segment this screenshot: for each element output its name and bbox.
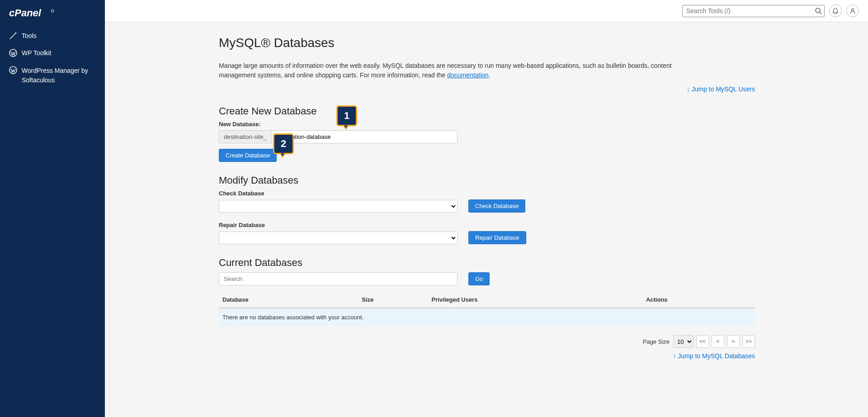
pager-first-button[interactable]: << — [696, 335, 709, 348]
go-button[interactable]: Go — [468, 272, 490, 285]
wordpress-icon — [9, 66, 17, 74]
search-tools-wrap — [682, 5, 825, 17]
sidebar-item-tools[interactable]: Tools — [0, 27, 105, 44]
topbar — [105, 0, 868, 22]
callout-1: 1 — [336, 105, 359, 128]
notifications-button[interactable] — [829, 5, 842, 17]
account-button[interactable] — [846, 5, 859, 17]
pager-last-button[interactable]: >> — [742, 335, 755, 348]
databases-table: Database Size Privileged Users Actions T… — [219, 292, 755, 326]
sidebar-item-wp-toolkit[interactable]: WP Toolkit — [0, 44, 105, 62]
empty-message: There are no databases associated with y… — [219, 308, 755, 326]
intro-text: Manage large amounts of information over… — [219, 61, 707, 80]
create-new-database-heading: Create New Database — [219, 105, 755, 117]
table-row: There are no databases associated with y… — [219, 308, 755, 326]
check-database-select[interactable] — [219, 200, 458, 213]
new-database-input-group: destination-site_ — [219, 130, 458, 143]
col-actions[interactable]: Actions — [642, 292, 755, 308]
callout-2: 2 — [273, 133, 296, 156]
pager-prev-button[interactable]: < — [712, 335, 724, 348]
repair-database-label: Repair Database — [219, 222, 755, 228]
col-privileged-users[interactable]: Privileged Users — [428, 292, 642, 308]
user-icon — [849, 8, 856, 14]
content: MySQL® Databases Manage large amounts of… — [105, 22, 868, 417]
search-databases-input[interactable] — [219, 272, 458, 285]
search-submit-button[interactable] — [815, 7, 822, 14]
page-size-label: Page Size — [643, 338, 670, 345]
bell-icon — [832, 8, 839, 14]
sidebar-item-wp-manager[interactable]: WordPress Manager by Softaculous — [0, 62, 105, 90]
documentation-link[interactable]: documentation — [447, 71, 489, 79]
svg-text:cPanel: cPanel — [9, 8, 42, 18]
main: MySQL® Databases Manage large amounts of… — [105, 0, 868, 417]
jump-link-row: ↓ Jump to MySQL Users — [219, 85, 755, 93]
new-database-input[interactable] — [271, 130, 458, 143]
pager: Page Size 10 << < > >> — [219, 335, 755, 348]
tools-icon — [9, 32, 17, 40]
cpanel-logo-icon: cPanel — [9, 8, 54, 18]
current-databases-heading: Current Databases — [219, 257, 755, 269]
sidebar-item-label: WP Toolkit — [22, 49, 52, 57]
jump-to-mysql-databases-link[interactable]: ↑ Jump to MySQL Databases — [673, 352, 755, 360]
check-database-label: Check Database — [219, 190, 755, 197]
pager-next-button[interactable]: > — [727, 335, 740, 348]
repair-database-select[interactable] — [219, 232, 458, 244]
svg-point-1 — [51, 9, 54, 12]
modify-databases-heading: Modify Databases — [219, 175, 755, 186]
col-size[interactable]: Size — [358, 292, 428, 308]
sidebar-item-label: Tools — [22, 32, 37, 39]
database-prefix: destination-site_ — [219, 130, 271, 143]
logo: cPanel — [0, 8, 105, 27]
search-icon — [815, 7, 822, 14]
wordpress-icon — [9, 49, 17, 57]
jump-to-mysql-users-link[interactable]: ↓ Jump to MySQL Users — [687, 85, 755, 93]
bottom-jump-row: ↑ Jump to MySQL Databases — [219, 352, 755, 360]
create-database-button[interactable]: Create Database — [219, 149, 277, 162]
search-tools-input[interactable] — [682, 5, 825, 17]
check-database-button[interactable]: Check Database — [468, 199, 525, 213]
repair-database-button[interactable]: Repair Database — [468, 231, 526, 244]
svg-point-4 — [816, 8, 820, 13]
page-title: MySQL® Databases — [219, 36, 755, 50]
col-database[interactable]: Database — [219, 292, 358, 308]
svg-point-6 — [852, 9, 854, 11]
new-database-label: New Database: — [219, 121, 755, 128]
page-size-select[interactable]: 10 — [673, 335, 693, 348]
sidebar: cPanel Tools WP Toolkit WordPress Manage… — [0, 0, 105, 417]
sidebar-item-label: WordPress Manager by Softaculous — [22, 66, 96, 85]
svg-line-5 — [820, 12, 821, 14]
